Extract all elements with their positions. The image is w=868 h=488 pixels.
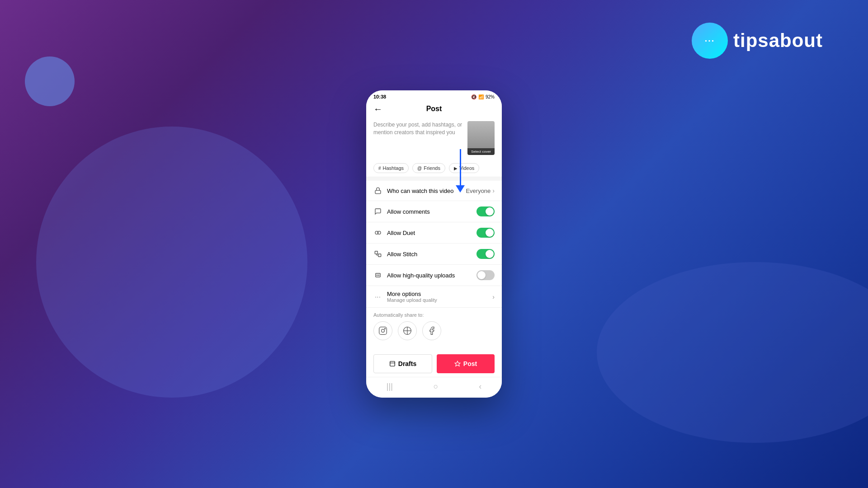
toggle-knob — [486, 207, 494, 216]
more-options-row[interactable]: ··· More options Manage upload quality › — [366, 286, 502, 308]
bg-decoration-circle-large — [36, 127, 307, 398]
select-cover-button[interactable]: Select cover — [467, 148, 495, 155]
drafts-button[interactable]: Drafts — [373, 354, 432, 373]
page-header: ← Post — [366, 101, 502, 117]
drafts-icon — [389, 361, 396, 367]
logo-icon — [692, 23, 728, 59]
share-icons-row — [373, 321, 495, 340]
battery-label: 92% — [486, 94, 495, 99]
allow-duet-row: Allow Duet — [366, 222, 502, 244]
who-can-watch-value: Everyone › — [466, 187, 495, 194]
friends-icon: @ — [417, 166, 422, 171]
post-icon — [454, 361, 461, 367]
allow-comments-row: Allow comments — [366, 201, 502, 222]
svg-point-7 — [385, 328, 386, 329]
allow-stitch-toggle[interactable] — [476, 249, 495, 259]
bottom-buttons: Drafts Post — [366, 351, 502, 377]
hashtags-tag[interactable]: # Hashtags — [373, 163, 409, 173]
everyone-text: Everyone — [466, 188, 491, 194]
page-title: Post — [426, 105, 442, 113]
svg-rect-0 — [375, 190, 381, 193]
phone-mockup: 10:38 🔇 📶 92% ← Post Describe your post,… — [366, 90, 502, 398]
back-button[interactable]: ← — [373, 104, 382, 114]
facebook-share-button[interactable] — [422, 321, 441, 340]
more-options-icon: ··· — [373, 292, 382, 301]
toggle-knob-hq — [477, 271, 486, 279]
more-options-content: More options Manage upload quality — [387, 291, 492, 303]
nav-overview-icon[interactable]: ||| — [387, 382, 393, 391]
share-label: Automatically share to: — [373, 312, 495, 318]
svg-rect-3 — [375, 251, 377, 254]
allow-hq-row: Allow high-quality uploads — [366, 265, 502, 286]
friends-tag[interactable]: @ Friends — [412, 163, 445, 173]
hashtags-label: Hashtags — [383, 165, 404, 171]
friends-label: Friends — [424, 165, 440, 171]
status-time: 10:38 — [373, 94, 386, 99]
svg-marker-12 — [455, 361, 460, 366]
share-section: Automatically share to: — [366, 308, 502, 345]
allow-stitch-row: Allow Stitch — [366, 244, 502, 265]
duet-icon — [373, 228, 382, 237]
content-area: Describe your post, add hashtags, or men… — [366, 117, 502, 351]
stitch-icon — [373, 249, 382, 258]
hashtag-icon: # — [378, 166, 381, 171]
volume-icon: 🔇 — [471, 94, 476, 99]
svg-rect-5 — [379, 327, 387, 335]
blue-arrow-annotation — [456, 149, 465, 192]
status-bar: 10:38 🔇 📶 92% — [366, 90, 502, 101]
signal-icon: 📶 — [478, 94, 484, 99]
logo-area: tipsabout — [692, 23, 823, 59]
settings-section: Who can watch this video Everyone › Allo… — [366, 181, 502, 286]
instagram-share-button[interactable] — [373, 321, 392, 340]
tiktok-share-button[interactable] — [398, 321, 417, 340]
allow-hq-label: Allow high-quality uploads — [387, 272, 476, 279]
nav-back-icon[interactable]: ‹ — [479, 382, 481, 391]
description-area: Describe your post, add hashtags, or men… — [366, 117, 502, 160]
tags-row: # Hashtags @ Friends ▶ Videos — [366, 160, 502, 177]
allow-comments-label: Allow comments — [387, 208, 476, 215]
status-icons: 🔇 📶 92% — [471, 94, 495, 99]
svg-rect-11 — [390, 361, 395, 366]
logo-text: tipsabout — [733, 30, 823, 52]
allow-hq-toggle[interactable] — [476, 270, 495, 280]
arrow-line — [460, 149, 461, 185]
who-can-watch-row[interactable]: Who can watch this video Everyone › — [366, 181, 502, 201]
svg-rect-4 — [378, 254, 381, 257]
who-can-watch-label: Who can watch this video — [387, 188, 466, 194]
cover-thumbnail[interactable]: Select cover — [467, 121, 495, 155]
post-button[interactable]: Post — [437, 354, 495, 373]
allow-duet-label: Allow Duet — [387, 230, 476, 236]
more-options-chevron: › — [492, 293, 495, 300]
nav-home-icon[interactable]: ○ — [434, 382, 439, 391]
more-options-subtitle: Manage upload quality — [387, 297, 492, 303]
section-divider — [366, 177, 502, 181]
more-options-title: More options — [387, 291, 492, 297]
nav-bar: ||| ○ ‹ — [366, 377, 502, 398]
description-placeholder[interactable]: Describe your post, add hashtags, or men… — [373, 121, 463, 136]
chevron-right-icon: › — [492, 187, 495, 194]
hq-icon — [373, 271, 382, 280]
allow-stitch-label: Allow Stitch — [387, 251, 476, 258]
svg-point-6 — [382, 329, 385, 333]
allow-duet-toggle[interactable] — [476, 228, 495, 238]
comments-icon — [373, 207, 382, 216]
toggle-knob-stitch — [486, 250, 494, 258]
toggle-knob-duet — [486, 229, 494, 237]
lock-icon — [373, 186, 382, 195]
allow-comments-toggle[interactable] — [476, 206, 495, 216]
bg-decoration-circle-small — [25, 56, 75, 106]
arrow-head — [456, 185, 465, 192]
